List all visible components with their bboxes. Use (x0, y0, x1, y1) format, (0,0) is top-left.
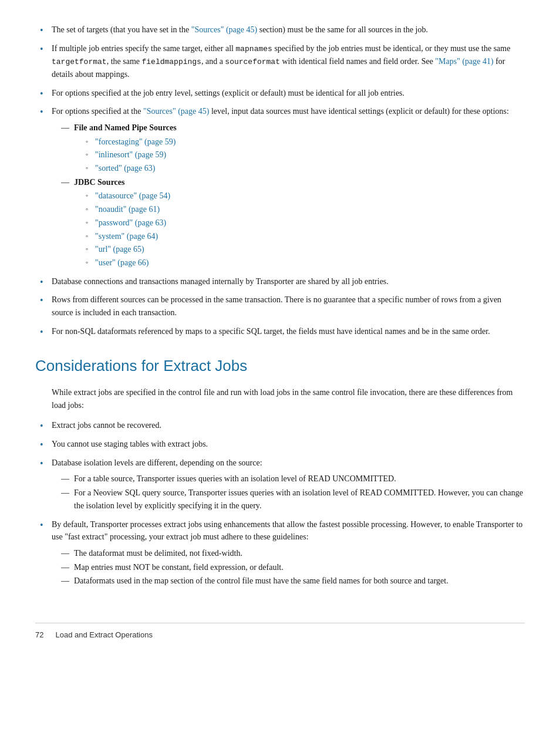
list-item: For non-SQL dataformats referenced by ma… (35, 325, 525, 338)
sub-list-sources: File and Named Pipe Sources "forcestagin… (61, 121, 525, 269)
top-bullet-list: The set of targets (that you have set in… (35, 23, 525, 337)
datasource-link[interactable]: "datasource" (page 54) (95, 191, 170, 200)
code-targetformat: targetformat (52, 58, 107, 66)
sub-list-item: Dataformats used in the map section of t… (61, 575, 525, 588)
system-link[interactable]: "system" (page 64) (95, 232, 158, 241)
file-named-pipe-label: File and Named Pipe Sources (74, 123, 177, 132)
sub-sub-list-item: "forcestaging" (page 59) (86, 136, 525, 148)
noaudit-link[interactable]: "noaudit" (page 61) (95, 205, 160, 214)
sub-list-item: Map entries must NOT be constant, field … (61, 561, 525, 574)
sub-sub-list-item: "inlinesort" (page 59) (86, 148, 525, 161)
list-item: The set of targets (that you have set in… (35, 23, 525, 36)
isolation-sub-list: For a table source, Transporter issues q… (61, 472, 525, 512)
footer: 72 Load and Extract Operations (35, 623, 525, 641)
list-item: Extract jobs cannot be recovered. (35, 419, 525, 432)
file-pipe-options: "forcestaging" (page 59) "inlinesort" (p… (86, 136, 525, 175)
list-item: For options specified at the "Sources" (… (35, 105, 525, 269)
sub-sub-list-item: "datasource" (page 54) (86, 190, 525, 202)
sorted-link[interactable]: "sorted" (page 63) (95, 164, 155, 173)
extract-bullet-list: Extract jobs cannot be recovered. You ca… (35, 419, 525, 588)
list-item: You cannot use staging tables with extra… (35, 438, 525, 451)
footer-section-title: Load and Extract Operations (55, 629, 153, 641)
sub-sub-list-item: "sorted" (page 63) (86, 162, 525, 175)
code-fieldmappings: fieldmappings (142, 58, 201, 66)
maps-link[interactable]: "Maps" (page 41) (435, 57, 493, 66)
forcestaging-link[interactable]: "forcestaging" (page 59) (95, 137, 176, 146)
guidelines-sub-list: The dataformat must be delimited, not fi… (61, 547, 525, 588)
url-link[interactable]: "url" (page 65) (95, 245, 144, 254)
sub-list-item: For a table source, Transporter issues q… (61, 472, 525, 485)
sub-sub-list-item: "password" (page 63) (86, 217, 525, 229)
sub-list-item: For a Neoview SQL query source, Transpor… (61, 487, 525, 512)
list-item: Database isolation levels are different,… (35, 457, 525, 512)
list-item: By default, Transporter processes extrac… (35, 518, 525, 588)
list-item: If multiple job entries specify the same… (35, 42, 525, 81)
extract-bullet-1-text: Extract jobs cannot be recovered. (52, 421, 161, 430)
sub-list-item: JDBC Sources "datasource" (page 54) "noa… (61, 176, 525, 269)
footer-page-number: 72 (35, 629, 43, 641)
jdbc-sources-label: JDBC Sources (74, 178, 124, 187)
sub-sub-list-item: "system" (page 64) (86, 230, 525, 243)
password-link[interactable]: "password" (page 63) (95, 218, 166, 227)
page-content: The set of targets (that you have set in… (35, 23, 525, 641)
sources-link-2[interactable]: "Sources" (page 45) (143, 107, 210, 116)
inlinesort-link[interactable]: "inlinesort" (page 59) (95, 150, 166, 159)
section-heading: Considerations for Extract Jobs (35, 354, 525, 377)
section-intro: While extract jobs are specified in the … (52, 386, 525, 413)
list-item: Database connections and transactions ma… (35, 275, 525, 288)
sources-link-1[interactable]: "Sources" (page 45) (191, 25, 258, 34)
sub-sub-list-item: "user" (page 66) (86, 256, 525, 269)
sub-sub-list-item: "url" (page 65) (86, 243, 525, 256)
jdbc-options: "datasource" (page 54) "noaudit" (page 6… (86, 190, 525, 269)
code-mapnames: mapnames (235, 45, 272, 53)
user-link[interactable]: "user" (page 66) (95, 258, 149, 267)
sub-list-item: The dataformat must be delimited, not fi… (61, 547, 525, 560)
list-item: For options specified at the job entry l… (35, 87, 525, 100)
list-item: Rows from different sources can be proce… (35, 293, 525, 319)
code-sourceformat: sourceformat (225, 58, 280, 66)
sub-list-item: File and Named Pipe Sources "forcestagin… (61, 121, 525, 175)
sub-sub-list-item: "noaudit" (page 61) (86, 203, 525, 216)
extract-bullet-2-text: You cannot use staging tables with extra… (52, 440, 208, 448)
